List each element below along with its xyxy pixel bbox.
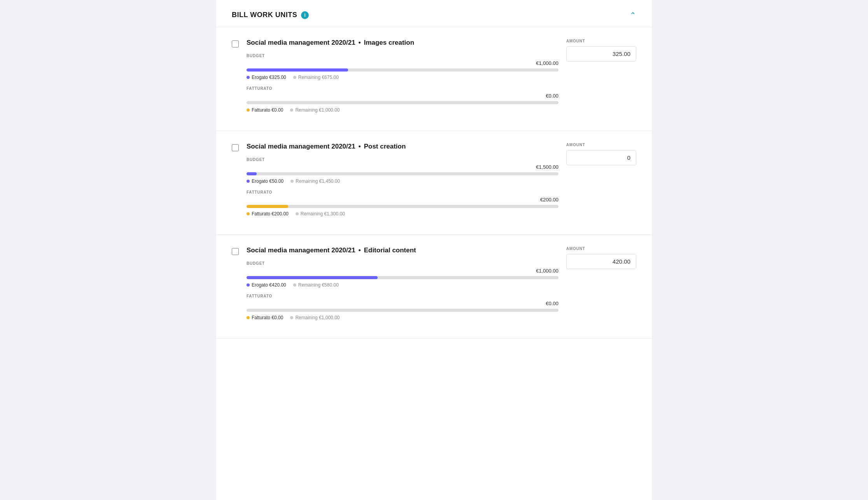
page-header: BILL WORK UNITS i ⌃ xyxy=(216,0,652,27)
budget-section-3: BUDGET €1,000.00 Erogato €420.00 Remaini xyxy=(247,261,558,288)
unit-subtitle-1: Images creation xyxy=(364,39,414,47)
fatturato-total-1: €0.00 xyxy=(546,93,558,99)
amount-input-3[interactable] xyxy=(566,254,636,269)
fatturato-section-2: FATTURATO €200.00 Fatturato €200.00 Rema xyxy=(247,190,558,217)
budget-progress-fill-3 xyxy=(247,276,378,279)
budget-erogato-dot-2 xyxy=(247,180,250,183)
budget-legend-1: Erogato €325.00 Remaining €675.00 xyxy=(247,75,558,80)
fatturato-remaining-item-3: Remaining €1,000.00 xyxy=(290,315,340,320)
unit-checkbox-col-3 xyxy=(232,247,239,257)
budget-row-2: €1,500.00 xyxy=(247,164,558,170)
budget-total-2: €1,500.00 xyxy=(536,164,558,170)
budget-remaining-item-2: Remaining €1,450.00 xyxy=(290,178,340,184)
budget-progress-container-3 xyxy=(247,276,558,279)
budget-label-2: BUDGET xyxy=(247,157,558,162)
budget-erogato-dot-1 xyxy=(247,76,250,79)
fatturato-remaining-label-3: Remaining €1,000.00 xyxy=(295,315,340,320)
fatturato-remaining-dot-2 xyxy=(296,212,299,215)
dot-separator-3: • xyxy=(359,247,361,254)
info-icon[interactable]: i xyxy=(301,11,309,19)
header-left: BILL WORK UNITS i xyxy=(232,11,309,19)
budget-remaining-item-3: Remaining €580.00 xyxy=(293,282,339,288)
budget-erogato-dot-3 xyxy=(247,283,250,287)
work-units-list: Social media management 2020/21 • Images… xyxy=(216,27,652,339)
budget-row-3: €1,000.00 xyxy=(247,268,558,274)
fatturato-section-3: FATTURATO €0.00 Fatturato €0.00 Remainin xyxy=(247,294,558,320)
unit-project-name-2: Social media management 2020/21 xyxy=(247,143,355,150)
budget-section-2: BUDGET €1,500.00 Erogato €50.00 Remainin xyxy=(247,157,558,184)
budget-remaining-item-1: Remaining €675.00 xyxy=(293,75,339,80)
fatturato-dot-1 xyxy=(247,108,250,112)
budget-row-1: €1,000.00 xyxy=(247,60,558,66)
fatturato-legend-3: Fatturato €0.00 Remaining €1,000.00 xyxy=(247,315,558,320)
fatturato-row-1: €0.00 xyxy=(247,93,558,99)
main-container: BILL WORK UNITS i ⌃ Social media managem… xyxy=(216,0,652,500)
budget-erogato-label-2: Erogato €50.00 xyxy=(252,178,284,184)
budget-remaining-label-1: Remaining €675.00 xyxy=(298,75,339,80)
unit-checkbox-col-2 xyxy=(232,143,239,153)
unit-content-1: Social media management 2020/21 • Images… xyxy=(247,39,558,119)
budget-progress-container-2 xyxy=(247,172,558,175)
amount-col-1: AMOUNT xyxy=(566,39,636,61)
fatturato-remaining-dot-1 xyxy=(290,108,293,112)
unit-subtitle-2: Post creation xyxy=(364,143,406,150)
fatturato-row-3: €0.00 xyxy=(247,301,558,306)
unit-content-3: Social media management 2020/21 • Editor… xyxy=(247,247,558,327)
amount-col-3: AMOUNT xyxy=(566,247,636,269)
budget-progress-fill-1 xyxy=(247,68,348,72)
work-unit-row-1: Social media management 2020/21 • Images… xyxy=(216,27,652,131)
fatturato-section-1: FATTURATO €0.00 Fatturato €0.00 Remainin xyxy=(247,86,558,113)
fatturato-label-2: FATTURATO xyxy=(247,190,558,194)
budget-legend-3: Erogato €420.00 Remaining €580.00 xyxy=(247,282,558,288)
dot-separator-1: • xyxy=(359,39,361,47)
budget-remaining-dot-1 xyxy=(293,76,296,79)
amount-label-1: AMOUNT xyxy=(566,39,585,43)
fatturato-progress-container-1 xyxy=(247,101,558,104)
fatturato-remaining-label-2: Remaining €1,300.00 xyxy=(301,211,345,217)
amount-label-3: AMOUNT xyxy=(566,247,585,251)
budget-erogato-item-1: Erogato €325.00 xyxy=(247,75,286,80)
amount-label-2: AMOUNT xyxy=(566,143,585,147)
fatturato-remaining-label-1: Remaining €1,000.00 xyxy=(295,107,340,113)
unit-subtitle-3: Editorial content xyxy=(364,247,416,254)
unit-project-name-3: Social media management 2020/21 xyxy=(247,247,355,254)
fatturato-fatturato-item-2: Fatturato €200.00 xyxy=(247,211,289,217)
unit-title-2: Social media management 2020/21 • Post c… xyxy=(247,143,558,150)
fatturato-legend-2: Fatturato €200.00 Remaining €1,300.00 xyxy=(247,211,558,217)
fatturato-fatturato-item-1: Fatturato €0.00 xyxy=(247,107,283,113)
work-unit-row-2: Social media management 2020/21 • Post c… xyxy=(216,131,652,235)
unit-checkbox-3[interactable] xyxy=(232,248,239,255)
budget-erogato-label-1: Erogato €325.00 xyxy=(252,75,286,80)
unit-title-1: Social media management 2020/21 • Images… xyxy=(247,39,558,47)
fatturato-progress-container-3 xyxy=(247,309,558,312)
fatturato-progress-container-2 xyxy=(247,205,558,208)
budget-legend-2: Erogato €50.00 Remaining €1,450.00 xyxy=(247,178,558,184)
budget-total-3: €1,000.00 xyxy=(536,268,558,274)
budget-label-3: BUDGET xyxy=(247,261,558,266)
budget-remaining-label-2: Remaining €1,450.00 xyxy=(296,178,340,184)
fatturato-legend-1: Fatturato €0.00 Remaining €1,000.00 xyxy=(247,107,558,113)
fatturato-dot-3 xyxy=(247,316,250,319)
fatturato-remaining-item-1: Remaining €1,000.00 xyxy=(290,107,340,113)
collapse-button[interactable]: ⌃ xyxy=(630,11,636,19)
fatturato-label-1: FATTURATO xyxy=(247,86,558,91)
budget-total-1: €1,000.00 xyxy=(536,60,558,66)
fatturato-dot-2 xyxy=(247,212,250,215)
budget-erogato-item-2: Erogato €50.00 xyxy=(247,178,284,184)
dot-separator-2: • xyxy=(359,143,361,150)
budget-label-1: BUDGET xyxy=(247,54,558,58)
fatturato-value-label-1: Fatturato €0.00 xyxy=(252,107,283,113)
unit-checkbox-2[interactable] xyxy=(232,144,239,151)
budget-erogato-label-3: Erogato €420.00 xyxy=(252,282,286,288)
unit-checkbox-1[interactable] xyxy=(232,40,239,47)
fatturato-label-3: FATTURATO xyxy=(247,294,558,298)
fatturato-row-2: €200.00 xyxy=(247,197,558,203)
budget-erogato-item-3: Erogato €420.00 xyxy=(247,282,286,288)
fatturato-progress-fill-2 xyxy=(247,205,288,208)
budget-remaining-dot-2 xyxy=(290,180,294,183)
fatturato-total-2: €200.00 xyxy=(540,197,558,203)
amount-input-1[interactable] xyxy=(566,46,636,61)
amount-input-2[interactable] xyxy=(566,150,636,165)
amount-col-2: AMOUNT xyxy=(566,143,636,165)
fatturato-total-3: €0.00 xyxy=(546,301,558,306)
